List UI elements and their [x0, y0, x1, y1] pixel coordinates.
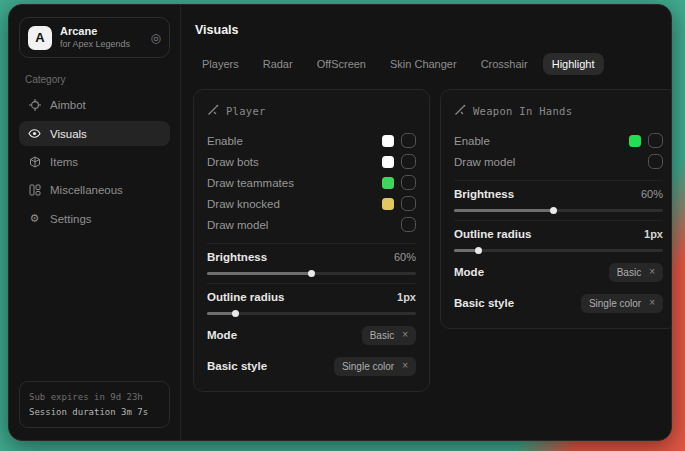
panel-title: Player — [226, 105, 266, 117]
slider-thumb[interactable] — [308, 270, 315, 277]
weapon-in-hands-panel: Weapon In Hands Enable Draw model — [440, 89, 672, 329]
slider-value: 60% — [641, 188, 663, 200]
chip-value: Single color — [342, 361, 394, 372]
checkbox[interactable] — [401, 133, 416, 148]
sidebar-nav: Aimbot Visuals Items Miscellaneous — [19, 93, 170, 231]
basic-style-chip[interactable]: Single color × — [581, 294, 663, 313]
logo-card: A Arcane for Apex Legends ◎ — [19, 17, 170, 58]
checkbox[interactable] — [648, 133, 663, 148]
toggle-row-draw-bots: Draw bots — [207, 151, 416, 172]
sidebar-item-miscellaneous[interactable]: Miscellaneous — [19, 178, 170, 202]
sidebar: A Arcane for Apex Legends ◎ Category Aim… — [9, 5, 181, 440]
slider-label: Brightness — [207, 251, 267, 263]
checkbox[interactable] — [401, 175, 416, 190]
gear-icon: ⚙ — [28, 212, 41, 225]
chip-value: Basic — [370, 330, 394, 341]
weapon-icon — [454, 102, 466, 120]
slider-thumb[interactable] — [550, 207, 557, 214]
eye-icon — [28, 127, 41, 140]
select-label: Mode — [207, 329, 237, 341]
panel-title: Weapon In Hands — [473, 105, 572, 117]
checkbox[interactable] — [648, 154, 663, 169]
layout-icon — [28, 184, 41, 196]
sidebar-item-label: Visuals — [50, 128, 87, 140]
toggle-label: Draw knocked — [207, 198, 280, 210]
select-label: Mode — [454, 266, 484, 278]
tab-radar[interactable]: Radar — [254, 53, 302, 75]
tab-highlight[interactable]: Highlight — [543, 53, 604, 75]
chip-value: Single color — [589, 298, 641, 309]
toggle-label: Draw bots — [207, 156, 259, 168]
sidebar-item-label: Items — [50, 156, 78, 168]
app-subtitle: for Apex Legends — [60, 39, 143, 50]
sidebar-item-visuals[interactable]: Visuals — [19, 121, 170, 146]
slider-value: 60% — [394, 251, 416, 263]
brightness-slider[interactable] — [454, 209, 663, 212]
mode-select-row: Mode Basic × — [207, 324, 416, 346]
app-logo: A — [28, 26, 52, 50]
mode-select-row: Mode Basic × — [454, 261, 663, 283]
focus-icon[interactable]: ◎ — [151, 31, 161, 45]
category-label: Category — [25, 74, 164, 85]
tab-crosshair[interactable]: Crosshair — [472, 53, 537, 75]
select-label: Basic style — [454, 297, 514, 309]
color-swatch[interactable] — [382, 177, 394, 189]
mode-chip[interactable]: Basic × — [362, 326, 416, 345]
toggle-label: Draw model — [454, 156, 515, 168]
crosshair-icon — [28, 99, 41, 111]
toggle-label: Enable — [207, 135, 243, 147]
cube-icon — [28, 156, 41, 168]
color-swatch[interactable] — [382, 135, 394, 147]
checkbox[interactable] — [401, 217, 416, 232]
remove-icon[interactable]: × — [402, 361, 408, 371]
tab-offscreen[interactable]: OffScreen — [308, 53, 375, 75]
toggle-row-draw-model: Draw model — [207, 214, 416, 235]
slider-value: 1px — [397, 291, 416, 303]
select-label: Basic style — [207, 360, 267, 372]
basic-style-select-row: Basic style Single color × — [454, 292, 663, 314]
sidebar-item-aimbot[interactable]: Aimbot — [19, 93, 170, 117]
sidebar-item-label: Aimbot — [50, 99, 86, 111]
app-name: Arcane — [60, 25, 143, 39]
remove-icon[interactable]: × — [649, 298, 655, 308]
slider-label: Outline radius — [454, 228, 531, 240]
page-title: Visuals — [195, 23, 672, 37]
toggle-label: Draw teammates — [207, 177, 294, 189]
app-window: A Arcane for Apex Legends ◎ Category Aim… — [8, 4, 672, 441]
color-swatch[interactable] — [382, 198, 394, 210]
slider-label: Outline radius — [207, 291, 284, 303]
color-swatch[interactable] — [629, 135, 641, 147]
brightness-slider-section: Brightness 60% — [454, 180, 663, 212]
toggle-row-enable: Enable — [207, 130, 416, 151]
basic-style-chip[interactable]: Single color × — [334, 357, 416, 376]
color-swatch[interactable] — [382, 156, 394, 168]
session-duration-text: Session duration 3m 7s — [29, 405, 160, 419]
player-icon — [207, 102, 219, 120]
main-content: Visuals Players Radar OffScreen Skin Cha… — [181, 5, 672, 440]
remove-icon[interactable]: × — [649, 267, 655, 277]
remove-icon[interactable]: × — [402, 330, 408, 340]
subscription-card: Sub expires in 9d 23h Session duration 3… — [19, 381, 170, 428]
toggle-row-draw-knocked: Draw knocked — [207, 193, 416, 214]
sidebar-item-items[interactable]: Items — [19, 150, 170, 174]
mode-chip[interactable]: Basic × — [609, 263, 663, 282]
player-panel: Player Enable Draw bots — [193, 89, 430, 392]
toggle-row-draw-teammates: Draw teammates — [207, 172, 416, 193]
sidebar-item-settings[interactable]: ⚙ Settings — [19, 206, 170, 231]
toggle-row-enable: Enable — [454, 130, 663, 151]
brightness-slider[interactable] — [207, 272, 416, 275]
outline-radius-slider[interactable] — [207, 312, 416, 315]
slider-thumb[interactable] — [475, 247, 482, 254]
toggle-row-draw-model: Draw model — [454, 151, 663, 172]
checkbox[interactable] — [401, 196, 416, 211]
toggle-label: Enable — [454, 135, 490, 147]
sidebar-item-label: Settings — [50, 213, 92, 225]
outline-radius-slider[interactable] — [454, 249, 663, 252]
checkbox[interactable] — [401, 154, 416, 169]
slider-value: 1px — [644, 228, 663, 240]
slider-label: Brightness — [454, 188, 514, 200]
tab-players[interactable]: Players — [193, 53, 248, 75]
sub-expiry-text: Sub expires in 9d 23h — [29, 390, 160, 404]
tab-skin-changer[interactable]: Skin Changer — [381, 53, 466, 75]
slider-thumb[interactable] — [232, 310, 239, 317]
